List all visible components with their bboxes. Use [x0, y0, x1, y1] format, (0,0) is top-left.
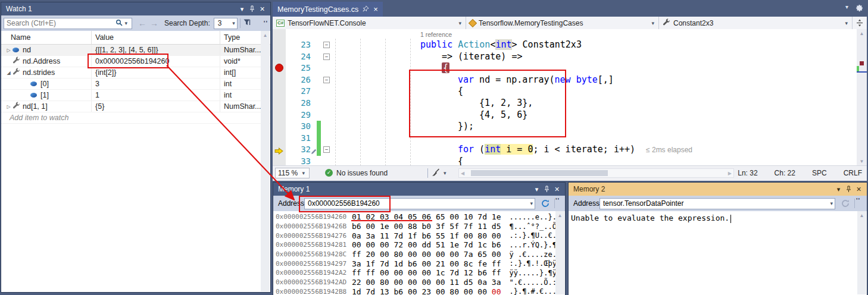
- fold-collapse-icon[interactable]: −: [323, 54, 330, 60]
- memory-row[interactable]: 0x000002556B1942B81d 7d 13 b6 00 23 00 8…: [273, 287, 565, 295]
- code-line-26[interactable]: 26−var nd = np.array(new byte[,]: [273, 74, 856, 86]
- memory-row[interactable]: 0x000002556B19426Bb6 00 1e 00 88 b0 3f 5…: [273, 222, 565, 231]
- memory-bytes[interactable]: b6 00 1e 00 88 b0 3f 5f 7f 11 d5: [352, 222, 501, 231]
- window-position-icon[interactable]: ▾: [833, 184, 844, 194]
- document-tab[interactable]: MemoryTestingCases.cs ×: [273, 2, 383, 17]
- memory-row[interactable]: 0x000002556B1942973a 1f 7d 1d b6 00 21 0…: [273, 259, 565, 268]
- watch-row[interactable]: ▷nd{[[1, 2, 3], [4, 5, 6]]}NumShar...: [1, 45, 270, 56]
- close-icon[interactable]: ×: [854, 184, 864, 194]
- expander-icon[interactable]: ▷: [5, 104, 13, 109]
- scroll-right-icon[interactable]: ▶: [728, 171, 732, 176]
- toolbar-overflow-icon[interactable]: '': [555, 197, 560, 204]
- codelens-references[interactable]: 1 reference: [420, 31, 452, 38]
- memory-bytes-changed[interactable]: 00: [492, 287, 501, 295]
- gear-icon[interactable]: [855, 4, 863, 14]
- memory2-content[interactable]: Unable to evaluate the expression.: [569, 211, 867, 223]
- code-line-29[interactable]: 29{4, 5, 6}: [273, 109, 856, 121]
- forward-arrow-icon[interactable]: →: [150, 18, 158, 28]
- memory1-content[interactable]: 0x000002556B19426001 02 03 04 05 06 65 0…: [273, 211, 565, 295]
- pin-icon[interactable]: [247, 4, 257, 14]
- pin-icon[interactable]: [363, 5, 369, 14]
- memory-row[interactable]: 0x000002556B19426001 02 03 04 05 06 65 0…: [273, 212, 565, 222]
- fold-collapse-icon[interactable]: −: [323, 77, 330, 83]
- expander-icon[interactable]: ▷: [5, 48, 13, 53]
- memory-bytes[interactable]: 01 02 03 04 05 06 65 00 10 7d 1e: [352, 212, 501, 221]
- watch-value[interactable]: {int[2]}: [92, 67, 220, 78]
- memory-row[interactable]: 0x000002556B1942AD22 00 80 00 00 00 00 1…: [273, 278, 565, 287]
- chevron-down-icon[interactable]: ▾: [442, 170, 448, 176]
- search-options-chevron-icon[interactable]: ▾: [123, 20, 129, 26]
- scroll-up-icon[interactable]: ▲: [261, 31, 270, 38]
- code-line-32[interactable]: 32−for (int i = 0; i < iterate; i++)≤ 2m…: [273, 144, 856, 156]
- code-editor[interactable]: 1 reference 23−public Action<int> Consta…: [273, 29, 867, 166]
- watch-row[interactable]: [0]3int: [1, 79, 270, 90]
- memory-bytes[interactable]: ff 20 00 80 00 00 00 00 7a 65 00: [352, 250, 501, 259]
- pin-icon[interactable]: [542, 184, 552, 194]
- expander-icon[interactable]: ◢: [5, 70, 13, 76]
- address-input[interactable]: 0x000002556B194260 ▾: [304, 198, 535, 209]
- code-line-23[interactable]: 23−public Action<int> Constant2x3: [273, 39, 856, 51]
- memory-bytes[interactable]: 22 00 80 00 00 00 00 11 d5 0a 3a: [352, 278, 501, 287]
- memory-bytes[interactable]: 00 00 00 72 00 dd 51 1e 7d 1c b6: [352, 240, 501, 249]
- close-icon[interactable]: ×: [373, 5, 378, 14]
- chevron-down-icon[interactable]: ▾: [845, 4, 848, 14]
- close-icon[interactable]: ×: [552, 184, 562, 194]
- split-window-icon[interactable]: [852, 17, 867, 29]
- zoom-select[interactable]: 115 % ▾: [275, 168, 310, 178]
- code-line-28[interactable]: 28{1, 2, 3},: [273, 98, 856, 109]
- scroll-up-icon[interactable]: ▲: [555, 211, 564, 218]
- pin-icon[interactable]: [844, 184, 854, 194]
- search-input[interactable]: Search (Ctrl+E) ▾: [4, 18, 132, 29]
- window-position-icon[interactable]: ▾: [532, 184, 542, 194]
- memory-row[interactable]: 0x000002556B19428Cff 20 00 80 00 00 00 0…: [273, 250, 565, 259]
- watch-value[interactable]: 3: [92, 79, 220, 89]
- memory-bytes[interactable]: 1d 7d 13 b6 00 23 00 80 00 00: [352, 287, 492, 295]
- watch-value[interactable]: {[[1, 2, 3], [4, 5, 6]]}: [92, 45, 220, 55]
- toolbar-overflow-icon[interactable]: '': [264, 20, 268, 27]
- chevron-down-icon[interactable]: ▾: [528, 200, 535, 206]
- column-header-type[interactable]: Type: [220, 31, 262, 44]
- memory-bytes[interactable]: 3a 1f 7d 1d b6 00 21 00 8c fe ff: [352, 259, 501, 268]
- code-line-30[interactable]: 30});: [273, 121, 856, 133]
- column-header-value[interactable]: Value: [92, 31, 220, 44]
- back-arrow-icon[interactable]: ←: [138, 18, 146, 28]
- watch-row[interactable]: nd.Address0x000002556b194260void*: [1, 56, 270, 67]
- broom-icon[interactable]: [431, 168, 440, 178]
- memory-row[interactable]: 0x000002556B1942A2ff ff 00 00 00 00 1c 7…: [273, 268, 565, 278]
- memory1-scrollbar[interactable]: ▲: [555, 211, 564, 294]
- editor-vertical-scrollbar[interactable]: ▲ ▼: [857, 29, 867, 166]
- fold-collapse-icon[interactable]: −: [323, 146, 330, 153]
- watch-value[interactable]: 0x000002556b194260: [92, 56, 220, 67]
- memory-bytes[interactable]: ff ff 00 00 00 00 1c 7d 12 b6 ff: [352, 268, 501, 277]
- watch-row[interactable]: [1]1int: [1, 90, 270, 101]
- fold-collapse-icon[interactable]: −: [323, 42, 330, 48]
- filter-icon[interactable]: [243, 18, 251, 28]
- column-header-name[interactable]: Name: [1, 31, 92, 44]
- watch-value[interactable]: 1: [92, 90, 220, 101]
- watch-row[interactable]: ▷nd[1, 1]{5}NumShar...: [1, 101, 270, 112]
- memory-row[interactable]: 0x000002556B1942760a 3a 11 7d 1f b6 55 1…: [273, 231, 565, 240]
- watch-row[interactable]: ◢nd.strides{int[2]}int[]: [1, 67, 270, 79]
- scroll-up-icon[interactable]: ▲: [857, 29, 867, 36]
- watch-scrollbar[interactable]: ▲: [261, 31, 270, 291]
- scroll-down-icon[interactable]: ▼: [857, 159, 867, 164]
- scrollbar-thumb[interactable]: [471, 170, 608, 176]
- memory2-scrollbar[interactable]: ▲: [857, 211, 866, 294]
- member-dropdown[interactable]: Constant2x3 ▾: [659, 17, 852, 29]
- search-depth-select[interactable]: 3 ▾: [214, 18, 238, 29]
- refresh-icon[interactable]: [541, 199, 549, 209]
- toolbar-overflow-icon[interactable]: '': [856, 197, 860, 204]
- window-position-icon[interactable]: ▾: [237, 4, 247, 14]
- memory-row[interactable]: 0x000002556B19428100 00 00 72 00 dd 51 1…: [273, 240, 565, 250]
- code-line-24[interactable]: 24−=> (iterate) =>: [273, 51, 856, 63]
- issues-status[interactable]: No issues found: [336, 169, 388, 177]
- health-check-icon[interactable]: ✓: [325, 169, 333, 177]
- project-dropdown[interactable]: C# TensorFlowNET.Console ▾: [273, 17, 466, 29]
- address-input[interactable]: tensor.TensorDataPointer ▾: [600, 198, 835, 209]
- scroll-up-icon[interactable]: ▲: [857, 211, 866, 218]
- memory-bytes[interactable]: 0a 3a 11 7d 1f b6 55 1f 00 80 00: [352, 231, 501, 240]
- search-icon[interactable]: [115, 19, 123, 28]
- chevron-down-icon[interactable]: ▾: [828, 200, 835, 206]
- watch-value[interactable]: {5}: [92, 101, 220, 112]
- editor-horizontal-scrollbar[interactable]: ◀ ▶: [458, 168, 734, 178]
